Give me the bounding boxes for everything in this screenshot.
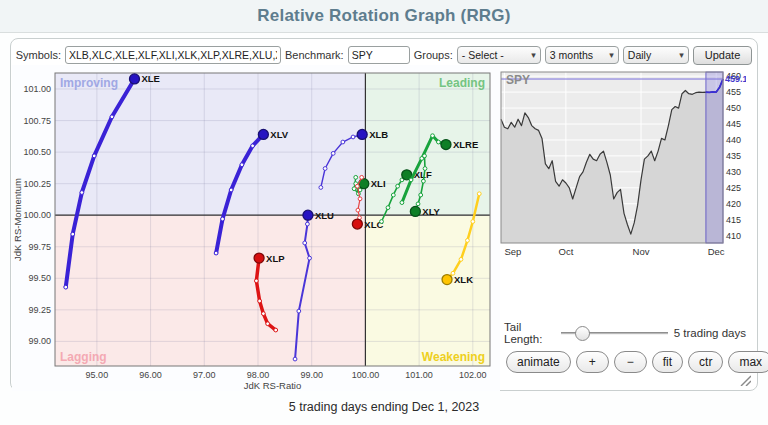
svg-text:100.25: 100.25 [23, 179, 51, 189]
svg-text:100.00: 100.00 [23, 210, 51, 220]
chart-buttons: animate + − fit ctr max [506, 351, 746, 373]
svg-text:XLI: XLI [371, 178, 386, 189]
svg-text:101.00: 101.00 [405, 370, 433, 380]
svg-text:Improving: Improving [60, 76, 118, 90]
animate-button[interactable]: animate [506, 351, 571, 373]
svg-text:450: 450 [726, 103, 741, 113]
title-bar: Relative Rotation Graph (RRG) [0, 0, 768, 33]
svg-text:XLV: XLV [270, 129, 288, 140]
svg-text:420: 420 [726, 199, 741, 209]
update-button[interactable]: Update [693, 46, 752, 65]
app-window: Relative Rotation Graph (RRG) Symbols: B… [0, 0, 768, 425]
caption: 5 trading days ending Dec 1, 2023 [0, 400, 768, 414]
svg-text:Oct: Oct [559, 246, 574, 257]
chevron-down-icon: ▾ [531, 50, 536, 60]
svg-text:XLP: XLP [266, 253, 285, 264]
benchmark-label: Benchmark: [285, 49, 344, 61]
benchmark-input[interactable] [348, 46, 410, 64]
symbols-input[interactable] [65, 46, 281, 64]
tail-length-value: 5 trading days [674, 327, 746, 339]
svg-text:95.00: 95.00 [86, 370, 109, 380]
svg-text:XLK: XLK [454, 274, 473, 285]
zoom-in-button[interactable]: + [576, 351, 609, 373]
rrg-panel: Symbols: Benchmark: Groups: - Select - ▾… [10, 38, 758, 391]
tail-length-control: Tail Length: 5 trading days [504, 323, 746, 343]
svg-text:430: 430 [726, 167, 741, 177]
svg-text:100.00: 100.00 [352, 370, 380, 380]
svg-text:Weakening: Weakening [422, 350, 485, 364]
svg-text:XLB: XLB [369, 129, 388, 140]
svg-text:425: 425 [726, 183, 741, 193]
svg-text:102.00: 102.00 [459, 370, 487, 380]
svg-text:98.00: 98.00 [247, 370, 270, 380]
svg-text:XLY: XLY [422, 206, 440, 217]
chevron-down-icon: ▾ [609, 50, 614, 60]
page-title: Relative Rotation Graph (RRG) [257, 6, 510, 26]
groups-label: Groups: [414, 49, 453, 61]
frequency-select-value: Daily [628, 49, 651, 61]
svg-text:415: 415 [726, 215, 741, 225]
period-select-value: 3 months [550, 49, 593, 61]
svg-text:459.10: 459.10 [725, 74, 746, 84]
symbols-label: Symbols: [16, 49, 61, 61]
svg-text:99.25: 99.25 [28, 305, 51, 315]
svg-text:SPY: SPY [506, 73, 530, 87]
svg-text:410: 410 [726, 231, 741, 241]
svg-text:JdK RS-Momentum: JdK RS-Momentum [12, 178, 23, 261]
svg-text:100.75: 100.75 [23, 116, 51, 126]
chart-content: 95.0096.0097.0098.0099.00100.00101.00102… [12, 65, 756, 390]
max-button[interactable]: max [728, 351, 768, 373]
svg-text:JdK RS-Ratio: JdK RS-Ratio [244, 380, 302, 391]
ctr-button[interactable]: ctr [688, 351, 723, 373]
svg-text:Lagging: Lagging [60, 350, 107, 364]
frequency-select[interactable]: Daily ▾ [623, 46, 689, 64]
svg-text:435: 435 [726, 151, 741, 161]
svg-text:XLE: XLE [141, 73, 159, 84]
svg-text:XLRE: XLRE [453, 139, 478, 150]
svg-text:99.50: 99.50 [28, 273, 51, 283]
svg-text:Dec: Dec [708, 246, 725, 257]
toolbar: Symbols: Benchmark: Groups: - Select - ▾… [11, 44, 757, 66]
svg-text:100.50: 100.50 [23, 147, 51, 157]
svg-text:445: 445 [726, 119, 741, 129]
resize-handle-icon[interactable] [738, 373, 751, 386]
svg-text:XLU: XLU [315, 210, 334, 221]
svg-text:Leading: Leading [439, 76, 485, 90]
groups-select[interactable]: - Select - ▾ [457, 46, 541, 64]
fit-button[interactable]: fit [652, 351, 683, 373]
svg-text:455: 455 [726, 87, 741, 97]
svg-text:Sep: Sep [504, 246, 521, 257]
zoom-out-button[interactable]: − [614, 351, 647, 373]
chevron-down-icon: ▾ [679, 50, 684, 60]
tail-length-slider[interactable] [561, 332, 667, 335]
svg-text:440: 440 [726, 135, 741, 145]
period-select[interactable]: 3 months ▾ [545, 46, 619, 64]
right-column: 410415420425430435440445450455460SepOctN… [500, 65, 746, 391]
rrg-chart: 95.0096.0097.0098.0099.00100.00101.00102… [12, 65, 500, 391]
svg-text:96.00: 96.00 [139, 370, 162, 380]
svg-text:99.75: 99.75 [28, 242, 51, 252]
tail-length-knob[interactable] [575, 326, 590, 341]
svg-text:101.00: 101.00 [23, 84, 51, 94]
svg-text:97.00: 97.00 [193, 370, 216, 380]
svg-text:99.00: 99.00 [300, 370, 323, 380]
svg-text:Nov: Nov [633, 246, 650, 257]
tail-length-label: Tail Length: [504, 321, 555, 345]
groups-select-value: - Select - [462, 49, 504, 61]
svg-text:99.00: 99.00 [28, 336, 51, 346]
spy-benchmark-chart: 410415420425430435440445450455460SepOctN… [500, 65, 746, 269]
